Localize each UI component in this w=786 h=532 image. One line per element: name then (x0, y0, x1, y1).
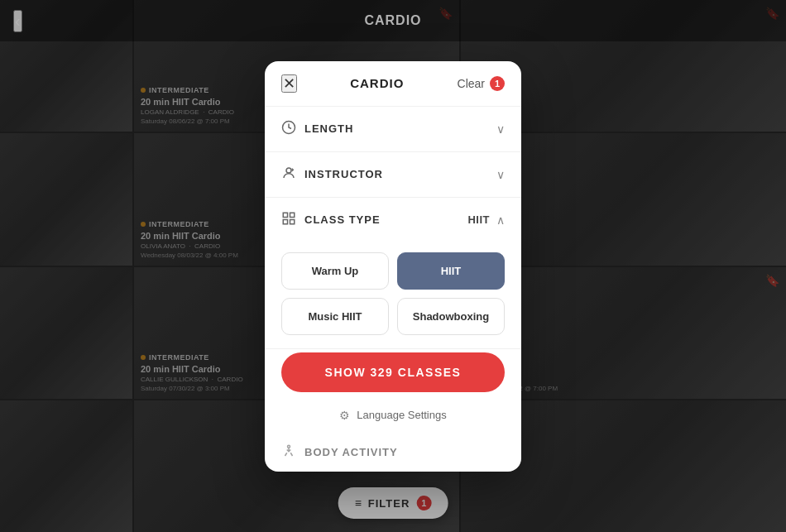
filter-section-instructor-header[interactable]: INSTRUCTOR ∨ (265, 152, 521, 197)
svg-point-6 (288, 445, 290, 448)
class-type-chevron-icon: ∧ (496, 213, 505, 227)
modal-body: LENGTH ∨ (265, 107, 521, 472)
clock-icon (281, 120, 296, 138)
class-type-warm-up[interactable]: Warm Up (281, 252, 389, 290)
instructor-label: INSTRUCTOR (304, 168, 383, 180)
body-activity-label: BODY ACTIVITY (304, 446, 398, 458)
svg-rect-5 (290, 219, 295, 223)
show-classes-button[interactable]: SHOW 329 CLASSES (281, 352, 505, 392)
language-settings-label: Language Settings (357, 409, 446, 421)
length-label: LENGTH (304, 122, 353, 135)
filter-section-length-header[interactable]: LENGTH ∨ (265, 107, 521, 151)
instructor-icon (281, 165, 296, 184)
language-settings-icon: ⚙ (339, 409, 350, 422)
svg-rect-3 (290, 213, 295, 217)
modal-clear-label: Clear (458, 77, 485, 90)
svg-point-1 (286, 168, 291, 173)
modal-overlay: ✕ CARDIO Clear 1 (0, 0, 786, 532)
modal-close-button[interactable]: ✕ (281, 74, 297, 93)
class-type-icon (281, 211, 296, 229)
length-chevron-icon: ∨ (496, 122, 505, 136)
modal-clear-badge: 1 (490, 76, 505, 91)
modal-clear-button[interactable]: Clear 1 (458, 76, 505, 91)
class-type-shadowboxing[interactable]: Shadowboxing (397, 298, 505, 335)
filter-section-class-type-header[interactable]: CLASS TYPE HIIT ∧ (265, 198, 521, 242)
instructor-chevron-icon: ∨ (496, 168, 505, 181)
class-type-grid: Warm Up HIIT Music HIIT Shadowboxing (265, 242, 521, 348)
class-type-hiit[interactable]: HIIT (397, 252, 505, 290)
filter-section-body-activity: BODY ACTIVITY (265, 434, 521, 472)
filter-modal: ✕ CARDIO Clear 1 (265, 61, 521, 472)
body-activity-icon (281, 443, 296, 462)
class-type-value: HIIT (467, 213, 490, 226)
modal-title: CARDIO (350, 76, 404, 90)
class-type-label: CLASS TYPE (304, 213, 381, 226)
modal-header: ✕ CARDIO Clear 1 (265, 61, 521, 107)
filter-section-class-type: CLASS TYPE HIIT ∧ Warm Up HIIT Music HII… (265, 198, 521, 349)
filter-section-length: LENGTH ∨ (265, 107, 521, 152)
filter-section-instructor: INSTRUCTOR ∨ (265, 152, 521, 198)
svg-rect-4 (283, 219, 287, 223)
class-type-music-hiit[interactable]: Music HIIT (281, 298, 389, 335)
language-settings[interactable]: ⚙ Language Settings (265, 405, 521, 434)
svg-rect-2 (283, 213, 287, 217)
